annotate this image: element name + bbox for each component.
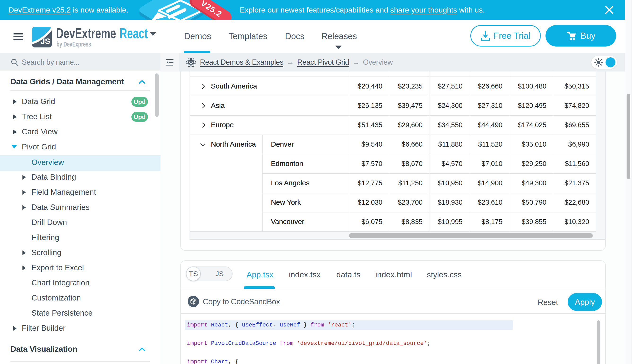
svg-text:JS: JS [40,36,50,46]
